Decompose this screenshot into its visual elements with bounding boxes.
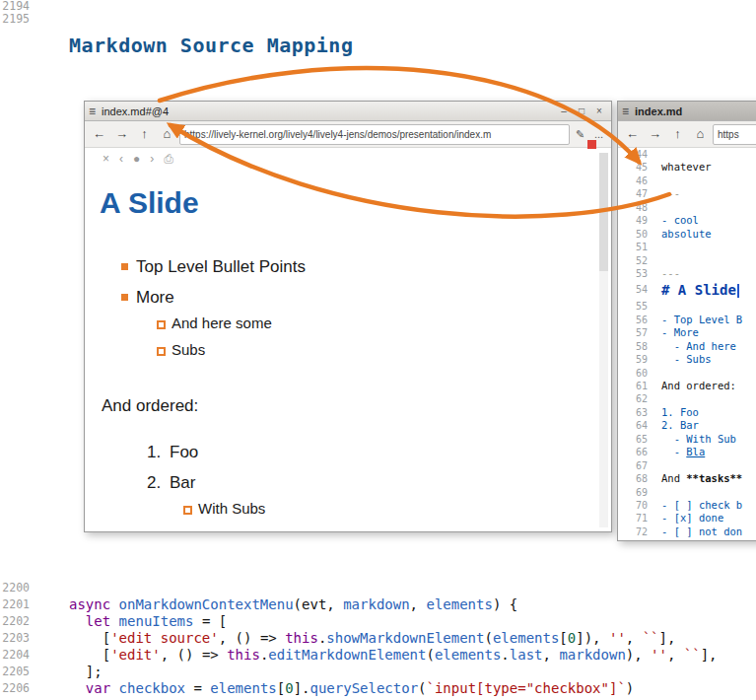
url-input[interactable] — [713, 124, 756, 145]
line-text: - [ ] check b — [653, 499, 742, 512]
line-number: 59 — [618, 353, 653, 366]
code-line: ['edit source', () => this.showMarkdownE… — [69, 630, 756, 647]
line-text — [653, 148, 661, 161]
up-button[interactable]: ↑ — [134, 124, 155, 144]
line-text: --- — [653, 267, 680, 280]
token: this — [285, 630, 318, 646]
editor-line: 50absolute — [618, 228, 756, 241]
url-input[interactable] — [179, 124, 570, 145]
token: ( — [418, 680, 426, 696]
editor-line: 49- cool — [618, 214, 756, 227]
editor-line: 62 — [618, 392, 756, 405]
editor-line: 71- [x] done — [618, 512, 756, 525]
ordered-marker: 2. — [147, 473, 161, 493]
code-block[interactable]: async onMarkdownContextMenu(evt, markdow… — [69, 580, 756, 697]
gutter-top: 2194 2195 — [0, 0, 32, 26]
token: = — [185, 680, 210, 696]
token: `` — [643, 630, 659, 646]
token: ], — [659, 630, 676, 646]
record-indicator[interactable] — [587, 140, 596, 149]
code-line: let menuItems = [ — [69, 613, 756, 630]
window-titlebar[interactable]: ≡ index.md — [618, 102, 756, 121]
code-line: ['edit', () => this.editMarkdownElement(… — [69, 647, 756, 664]
maximize-button[interactable]: □ — [574, 105, 589, 116]
line-text: And **tasks** — [653, 472, 742, 485]
slide-dot-icon[interactable]: ● — [133, 148, 140, 170]
token: - Top Level B — [661, 314, 742, 325]
back-button[interactable]: ← — [622, 124, 643, 144]
token: showMarkdownElement — [326, 630, 484, 646]
bullet-item: Top Level Bullet Points — [136, 257, 306, 277]
editor-line: 56- Top Level B — [618, 314, 756, 326]
line-text: # A Slide — [653, 280, 739, 300]
navigation-bar: ← → ↑ ⌂ ✎ ... — [85, 121, 611, 148]
editor-line: 60 — [618, 367, 756, 380]
editor-line: 65 - With Sub — [618, 433, 756, 446]
sub-bullet-icon — [183, 506, 192, 515]
window-controls: – □ × — [556, 105, 607, 116]
line-number: 60 — [618, 367, 653, 380]
token: [ — [69, 647, 110, 663]
minimize-button[interactable]: – — [556, 105, 572, 116]
menu-icon[interactable]: ≡ — [89, 105, 96, 118]
gutter-line-number: 2203 — [0, 630, 30, 647]
token: 0 — [568, 630, 576, 646]
gutter-bottom: 2200220122022203220422052206 — [0, 580, 32, 697]
line-number: 49 — [618, 214, 653, 227]
sub-bullet-item: With Subs — [198, 500, 265, 517]
print-icon[interactable]: ⎙ — [164, 148, 173, 170]
line-text: - Top Level B — [653, 314, 742, 326]
forward-button[interactable]: → — [111, 124, 132, 144]
line-number: 66 — [618, 446, 653, 458]
token: let — [86, 613, 110, 629]
line-text: And ordered: — [653, 380, 736, 392]
forward-button[interactable]: → — [645, 124, 665, 144]
scrollbar[interactable] — [599, 153, 608, 527]
screenshot-figure: ≡ index.md#@4 – □ × ← → ↑ ⌂ ✎ ... × ‹ ● … — [84, 101, 756, 541]
token: ) — [626, 680, 634, 696]
token: [ — [277, 680, 285, 696]
line-text: - Bla — [653, 446, 705, 458]
line-text: --- — [653, 187, 680, 200]
code-line: async onMarkdownContextMenu(evt, markdow… — [69, 596, 756, 613]
next-slide-icon[interactable]: › — [150, 148, 154, 170]
line-text: - cool — [653, 214, 699, 227]
window-titlebar[interactable]: ≡ index.md#@4 – □ × — [85, 102, 611, 121]
line-text: 1. Foo — [653, 406, 699, 419]
token: ( — [426, 647, 434, 663]
close-icon[interactable]: × — [103, 148, 109, 170]
code-line — [69, 580, 756, 596]
gutter-line-number: 2206 — [0, 680, 30, 697]
scrollbar-thumb[interactable] — [599, 153, 608, 271]
token: absolute — [661, 228, 712, 240]
prev-slide-icon[interactable]: ‹ — [119, 148, 123, 170]
home-button[interactable]: ⌂ — [690, 124, 711, 144]
home-button[interactable]: ⌂ — [157, 124, 177, 144]
token: (evt, — [294, 596, 344, 612]
editor-line: 59 - Subs — [618, 353, 756, 366]
line-number: 64 — [618, 419, 653, 432]
token: markdown — [559, 647, 625, 663]
close-button[interactable]: × — [591, 105, 607, 116]
markdown-editor[interactable]: 4445whatever4647---4849- cool50absolute5… — [618, 148, 756, 540]
gutter-line-number: 2202 — [0, 613, 30, 630]
token: onMarkdownContextMenu — [119, 596, 294, 612]
back-button[interactable]: ← — [89, 124, 109, 144]
token: var — [86, 680, 110, 696]
token: . — [501, 647, 509, 663]
token: = [ — [193, 613, 227, 629]
line-number: 51 — [618, 241, 653, 253]
editor-line: 44 — [618, 148, 756, 161]
up-button[interactable]: ↑ — [667, 124, 688, 144]
menu-icon[interactable]: ≡ — [622, 105, 629, 118]
token: querySelector — [310, 680, 419, 696]
line-text: absolute — [653, 228, 712, 241]
token: ), — [626, 647, 651, 663]
line-text: - And here — [653, 340, 736, 353]
token: - More — [661, 326, 699, 338]
line-text: - [x] done — [653, 512, 723, 525]
edit-pencil-icon[interactable]: ✎ — [572, 124, 588, 144]
token: - cool — [661, 214, 699, 226]
line-number: 58 — [618, 340, 653, 353]
editor-line: 46 — [618, 175, 756, 187]
